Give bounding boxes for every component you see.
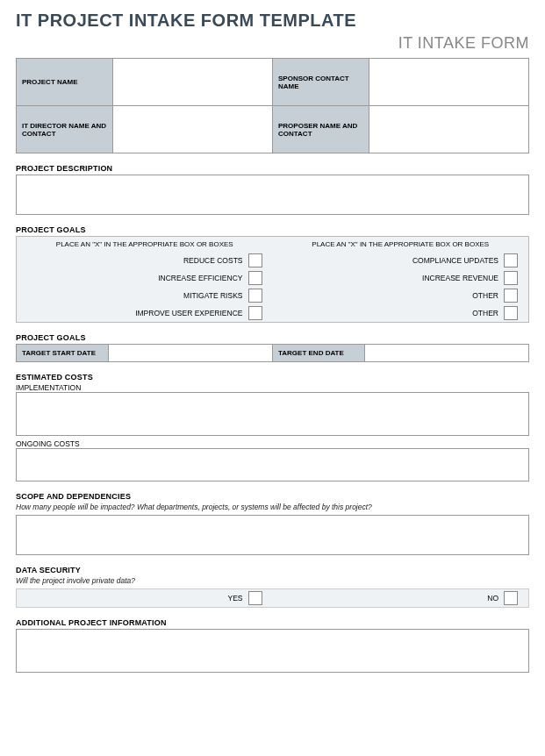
target-start-label: TARGET START DATE — [17, 345, 109, 362]
data-security-row: YES NO — [16, 588, 529, 608]
scope-hint: How many people will be impacted? What d… — [16, 503, 529, 511]
project-name-input[interactable] — [113, 59, 273, 106]
goal-improve-ux-checkbox[interactable] — [248, 306, 262, 320]
data-security-title: DATA SECURITY — [16, 566, 529, 574]
proposer-input[interactable] — [369, 106, 529, 153]
target-end-input[interactable] — [365, 345, 529, 362]
goal-compliance-label: COMPLIANCE UPDATES — [412, 256, 498, 265]
no-checkbox[interactable] — [504, 591, 518, 605]
sponsor-contact-label: SPONSOR CONTACT NAME — [273, 59, 369, 106]
proposer-label: PROPOSER NAME AND CONTACT — [273, 106, 369, 153]
project-goals-title: PROJECT GOALS — [16, 225, 529, 234]
project-name-label: PROJECT NAME — [17, 59, 113, 106]
goal-compliance-checkbox[interactable] — [504, 253, 518, 267]
it-director-input[interactable] — [113, 106, 273, 153]
goal-other-1-checkbox[interactable] — [504, 289, 518, 303]
page-title: IT PROJECT INTAKE FORM TEMPLATE — [16, 11, 529, 31]
estimated-costs-title: ESTIMATED COSTS — [16, 373, 529, 382]
goal-other-2-checkbox[interactable] — [504, 306, 518, 320]
target-start-input[interactable] — [109, 345, 273, 362]
goal-increase-revenue-checkbox[interactable] — [504, 271, 518, 285]
additional-info-title: ADDITIONAL PROJECT INFORMATION — [16, 618, 529, 627]
project-description-input[interactable] — [16, 175, 529, 215]
goal-mitigate-risks-checkbox[interactable] — [248, 289, 262, 303]
goal-increase-efficiency-label: INCREASE EFFICIENCY — [158, 274, 242, 282]
project-dates-title: PROJECT GOALS — [16, 333, 529, 342]
yes-label: YES — [227, 594, 242, 603]
it-director-label: IT DIRECTOR NAME AND CONTACT — [17, 106, 113, 153]
goals-hint-left: PLACE AN "X" IN THE APPROPRIATE BOX OR B… — [17, 237, 273, 252]
sponsor-contact-input[interactable] — [369, 59, 529, 106]
ongoing-costs-input[interactable] — [16, 448, 529, 481]
goal-reduce-costs-checkbox[interactable] — [248, 253, 262, 267]
implementation-label: IMPLEMENTATION — [16, 383, 529, 392]
goal-other-2-label: OTHER — [472, 309, 498, 317]
goal-other-1-label: OTHER — [472, 291, 498, 300]
scope-input[interactable] — [16, 515, 529, 555]
header-table: PROJECT NAME SPONSOR CONTACT NAME IT DIR… — [16, 58, 529, 153]
goals-container: PLACE AN "X" IN THE APPROPRIATE BOX OR B… — [16, 236, 529, 323]
target-end-label: TARGET END DATE — [273, 345, 365, 362]
goals-hint-right: PLACE AN "X" IN THE APPROPRIATE BOX OR B… — [273, 237, 529, 252]
implementation-input[interactable] — [16, 392, 529, 436]
goal-reduce-costs-label: REDUCE COSTS — [183, 256, 243, 265]
data-security-hint: Will the project involve private data? — [16, 576, 529, 585]
goal-mitigate-risks-label: MITIGATE RISKS — [183, 291, 242, 300]
goal-increase-revenue-label: INCREASE REVENUE — [422, 274, 498, 282]
goal-increase-efficiency-checkbox[interactable] — [248, 271, 262, 285]
project-description-title: PROJECT DESCRIPTION — [16, 164, 529, 173]
scope-title: SCOPE AND DEPENDENCIES — [16, 492, 529, 501]
no-label: NO — [487, 594, 498, 603]
ongoing-costs-label: ONGOING COSTS — [16, 439, 529, 448]
dates-table: TARGET START DATE TARGET END DATE — [16, 344, 529, 362]
yes-checkbox[interactable] — [248, 591, 262, 605]
goal-improve-ux-label: IMPROVE USER EXPERIENCE — [135, 309, 242, 317]
form-subtitle: IT INTAKE FORM — [16, 34, 529, 53]
additional-info-input[interactable] — [16, 629, 529, 673]
